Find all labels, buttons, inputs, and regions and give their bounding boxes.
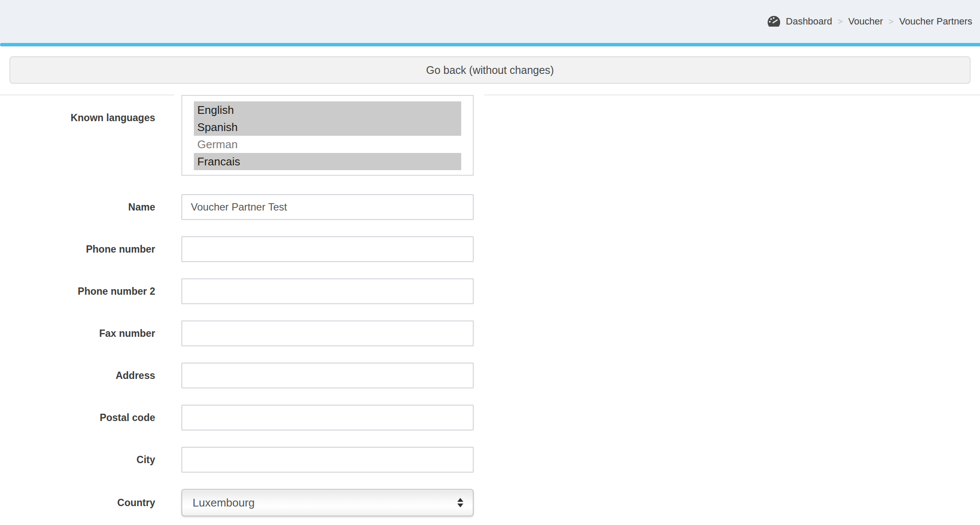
toolbar: Go back (without changes) (0, 46, 980, 84)
accent-bar (0, 43, 980, 46)
known-languages-multiselect[interactable]: English Spanish German Francais (181, 95, 474, 176)
field-label-name: Name (0, 201, 155, 213)
form-row-name: Name (0, 194, 980, 220)
voucher-partner-form: Known languages English Spanish German F… (0, 95, 980, 516)
dashboard-gauge-icon[interactable] (767, 15, 781, 27)
breadcrumb-current: Voucher Partners (899, 16, 972, 27)
form-row-postal-code: Postal code (0, 405, 980, 430)
phone-number-input[interactable] (181, 236, 474, 262)
breadcrumb-separator: > (838, 17, 843, 27)
go-back-button[interactable]: Go back (without changes) (9, 56, 971, 84)
option-english[interactable]: English (194, 101, 461, 119)
breadcrumb-separator: > (888, 17, 894, 27)
form-row-phone-number-2: Phone number 2 (0, 278, 980, 304)
field-label-country: Country (0, 497, 155, 509)
form-row-city: City (0, 447, 980, 473)
field-label-phone-number-2: Phone number 2 (0, 286, 155, 297)
form-row-country: Country Luxembourg (0, 489, 980, 516)
country-select[interactable]: Luxembourg (181, 489, 474, 516)
name-input[interactable] (181, 194, 474, 220)
form-row-fax-number: Fax number (0, 320, 980, 346)
option-francais[interactable]: Francais (194, 153, 461, 170)
form-row-address: Address (0, 363, 980, 388)
option-german[interactable]: German (194, 136, 461, 153)
breadcrumb-voucher[interactable]: Voucher (848, 16, 883, 27)
country-select-value: Luxembourg (193, 496, 255, 510)
address-input[interactable] (181, 363, 474, 388)
field-label-city: City (0, 454, 155, 466)
breadcrumb: Dashboard > Voucher > Voucher Partners (767, 15, 972, 27)
form-row-phone-number: Phone number (0, 236, 980, 262)
field-label-phone-number: Phone number (0, 244, 155, 255)
top-header: Dashboard > Voucher > Voucher Partners (0, 0, 980, 43)
option-spanish[interactable]: Spanish (194, 119, 461, 136)
form-row-known-languages: Known languages English Spanish German F… (0, 95, 980, 176)
breadcrumb-dashboard[interactable]: Dashboard (786, 16, 832, 27)
stepper-arrows-icon (457, 498, 463, 507)
field-label-postal-code: Postal code (0, 412, 155, 424)
fax-number-input[interactable] (181, 320, 474, 346)
phone-number-2-input[interactable] (181, 278, 474, 304)
field-label-address: Address (0, 370, 155, 382)
postal-code-input[interactable] (181, 405, 474, 430)
field-label-fax-number: Fax number (0, 328, 155, 339)
field-label-known-languages: Known languages (0, 95, 155, 124)
city-input[interactable] (181, 447, 474, 473)
